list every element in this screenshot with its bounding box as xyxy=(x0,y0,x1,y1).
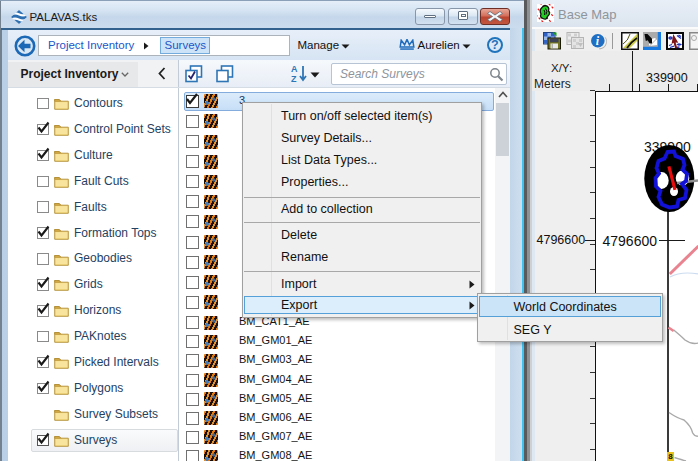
svg-text:Z: Z xyxy=(291,74,297,84)
svg-text:A: A xyxy=(291,64,298,74)
